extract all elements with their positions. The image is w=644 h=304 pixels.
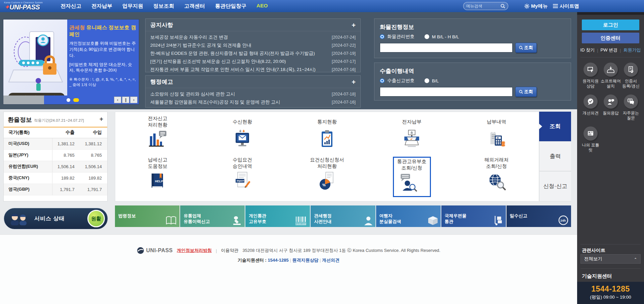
quick-link-law-info[interactable]: 법령정보 — [115, 205, 179, 227]
cell-payment-history[interactable]: 납부내역 ₩ — [454, 115, 539, 156]
quick-link-smuggling-report[interactable]: 밀수신고 24h — [507, 205, 571, 227]
shortcut-cert-register[interactable]: 인증서 등록/갱신 — [620, 63, 642, 89]
banner-line1: 개인정보보호를 위해 비밀번호는 주기적(최소 90일)으로 변경해야 합니다. — [69, 41, 136, 59]
signup-link[interactable]: 회원가입 — [623, 47, 641, 53]
cell-overseas-partner[interactable]: 해외거래처 조회/신청 — [454, 157, 539, 200]
terms-link[interactable]: 이용약관 — [221, 248, 238, 254]
change-pw-link[interactable]: PW 변경 — [601, 47, 618, 53]
privacy-policy-link[interactable]: 개인정보처리방침 — [177, 248, 212, 254]
quick-link-distribution-report[interactable]: 유통업체 유통이력신고 — [180, 205, 245, 227]
quick-link-customs-guide[interactable]: 관세행정 사전안내 — [311, 205, 375, 227]
menu-e-payment[interactable]: 전자납부 — [91, 3, 112, 10]
notice-more-button[interactable]: + — [352, 22, 356, 29]
cargo-number-input[interactable] — [380, 43, 513, 52]
shortcut-qna[interactable]: 질의응답 — [600, 94, 621, 116]
mbl-hbl-label[interactable]: M B/L - H B/L — [432, 34, 459, 39]
export-radio-row: 수출신고번호 B/L — [374, 78, 571, 84]
cell-declaration-status[interactable]: 전자신고 처리현황 — [115, 115, 200, 156]
pre-announce-item[interactable]: 세율불균형 감면물품의 제조(수리)공장 지정 및 운영에 관한 고시[2024… — [150, 98, 356, 106]
carousel-prev-button[interactable]: ‹ — [114, 97, 121, 103]
notice-item[interactable]: [연기] 선박용품 신조선박 보세운송 신고 신고절차 안내(8.22, 20:… — [150, 58, 356, 66]
menu-business-support[interactable]: 업무지원 — [122, 3, 143, 10]
main-menu: 전자신고 전자납부 업무지원 정보조회 고객센터 통관단일창구 AEO — [61, 3, 268, 10]
svg-text:₩: ₩ — [497, 137, 499, 139]
remote-support-link[interactable]: 원격지원상담 — [292, 258, 318, 263]
cargo-number-radio[interactable] — [380, 34, 385, 39]
carousel-next-button[interactable]: › — [130, 97, 137, 103]
export-declaration-input[interactable] — [380, 87, 513, 97]
menu-info-search[interactable]: 정보조회 — [153, 3, 174, 10]
cell-e-payment[interactable]: 전자납부 ৶ — [369, 115, 454, 156]
shortcut-my-portlet[interactable]: 나의 포틀 릿 — [580, 126, 601, 153]
related-sites-select[interactable]: 전체보기 ⌄ — [580, 254, 641, 264]
shortcut-faq[interactable]: 자주묻는 질문 — [620, 94, 642, 121]
menu-e-declaration[interactable]: 전자신고 — [61, 3, 81, 10]
cargo-number-label[interactable]: 화물관리번호 — [387, 34, 414, 40]
cargo-input-row: 조회 — [374, 40, 571, 53]
globe-logo-icon — [137, 247, 144, 254]
mbl-hbl-radio[interactable] — [425, 34, 429, 39]
my-menu-link[interactable]: My메뉴 — [524, 0, 548, 12]
quick-link-traveler-lost-found[interactable]: 여행자 분실물검색 — [376, 205, 441, 227]
pre-announce-item[interactable]: 소요량의 산정 및 관리와 심사에 관한 고시[2024-07-18] — [150, 90, 356, 98]
export-declaration-label[interactable]: 수출신고번호 — [387, 78, 414, 84]
cell-tax-help[interactable]: 납세신고 도움정보 HELP — [115, 157, 200, 200]
unipass-portal: Korea Customs e-Clearance System ✦UNI-PA… — [0, 0, 644, 304]
clipboard-chart-icon — [316, 129, 338, 150]
top-navigation: Korea Customs e-Clearance System ✦UNI-PA… — [0, 0, 644, 12]
footer-line-2: 기술지원센터 : 1544-1285 | 원격지원상담 | 개선의견 — [0, 257, 577, 263]
login-button[interactable]: 로그인 — [582, 20, 639, 30]
footer-logo: UNI-PASS — [137, 247, 173, 254]
cargo-tracking-title: 화물진행정보 — [374, 19, 571, 34]
col-country: 국가(통화) — [4, 127, 52, 138]
pre-announce-more-button[interactable]: + — [352, 79, 356, 85]
carousel-pause-button[interactable]: ∥ — [122, 97, 129, 103]
cell-import-requirement[interactable]: 수입요건 승인내역 Import — [200, 157, 285, 200]
cell-notification-status[interactable]: 통지현황 — [285, 115, 369, 156]
portlet-calculator-icon — [583, 126, 598, 141]
exchange-more-button[interactable]: + — [99, 115, 103, 123]
quick-link-personal-customs-code[interactable]: 개인통관 고유부호 BARCODE — [245, 205, 310, 227]
tab-search[interactable]: 조회 — [539, 112, 571, 141]
search-icon[interactable] — [500, 4, 505, 8]
tech-support-box: 1544-1285 (평일) 09:00 ~ 19:00 — [577, 282, 644, 304]
search-icon — [519, 90, 523, 94]
unipass-logo[interactable]: Korea Customs e-Clearance System ✦UNI-PA… — [4, 2, 54, 11]
support-phone[interactable]: 1544-1285 — [268, 258, 289, 263]
tab-print[interactable]: 출력 — [539, 141, 571, 172]
sitemap-link[interactable]: 사이트맵 — [553, 0, 579, 12]
notice-list: 보세공장 보세운송 자동수리 조건 변경[2024-07-24] 2024년 2… — [146, 31, 360, 76]
promo-banner[interactable]: 관세청 유니패스 정보보호 캠페인 개인정보보호를 위해 비밀번호는 주기적(최… — [3, 20, 139, 104]
cell-requirement-application[interactable]: 요건신청신청서 처리현황 % — [285, 157, 369, 200]
find-id-link[interactable]: ID 찾기 — [580, 47, 595, 53]
exchange-header: 환율정보 적용기간[24.07.21~24.07.27] + — [4, 112, 107, 127]
feedback-link[interactable]: 개선의견 — [322, 258, 339, 263]
notice-item[interactable]: 전자통관 서버 부품 교체 작업으로 인한 서비스 일시 지연 안내(7.18.… — [150, 66, 356, 74]
notice-item[interactable]: 2024년 2/4분기 법규준수도 공개 및 의견제출 안내[2024-07-2… — [150, 41, 356, 49]
notice-item[interactable]: 보세공장 보세운송 자동수리 조건 변경[2024-07-24] — [150, 33, 356, 41]
quick-link-international-mail[interactable]: 국제우편물 통관 — [441, 205, 506, 227]
shortcut-software-install[interactable]: 소프트웨어 설치 — [600, 63, 621, 89]
cargo-search-button[interactable]: 조회 — [515, 43, 537, 53]
tech-support-phone[interactable]: 1544-1285 — [577, 284, 644, 294]
export-declaration-radio[interactable] — [380, 78, 385, 83]
shortcut-feedback[interactable]: 개선의견 — [580, 94, 601, 116]
tab-apply-report[interactable]: 신청·신고 — [539, 171, 571, 201]
banner-text: 관세청 유니패스 정보보호 캠페인 개인정보보호를 위해 비밀번호는 주기적(최… — [69, 24, 136, 87]
menu-customer-center[interactable]: 고객센터 — [184, 3, 205, 10]
menu-aeo[interactable]: AEO — [256, 3, 268, 10]
carousel-dot-1[interactable] — [67, 98, 70, 102]
bl-radio[interactable] — [425, 78, 429, 83]
cert-center-button[interactable]: 인증센터 — [582, 33, 639, 43]
export-search-button[interactable]: 조회 — [515, 87, 537, 97]
cell-customs-code[interactable]: 통관고유부호 조회/신청 — [369, 157, 454, 200]
carousel-dot-2-active[interactable] — [73, 98, 79, 102]
bl-label[interactable]: B/L — [432, 78, 439, 83]
cell-receive-status[interactable]: 수신현황 — [200, 115, 285, 156]
exchange-row: 유럽연합(EUR)1,506.141,506.14 — [4, 161, 107, 172]
notice-item[interactable]: 한-베트남 EODES 운영 관련, 원산지증명서 발급 형태 공지(전자 발급… — [150, 49, 356, 58]
menu-single-window[interactable]: 통관단일창구 — [215, 3, 246, 10]
exchange-row: 일본(JPY)8.7658.765 — [4, 149, 107, 161]
menu-search-input[interactable] — [466, 4, 500, 8]
shortcut-remote-support[interactable]: 원격지원 상담 — [580, 63, 601, 89]
